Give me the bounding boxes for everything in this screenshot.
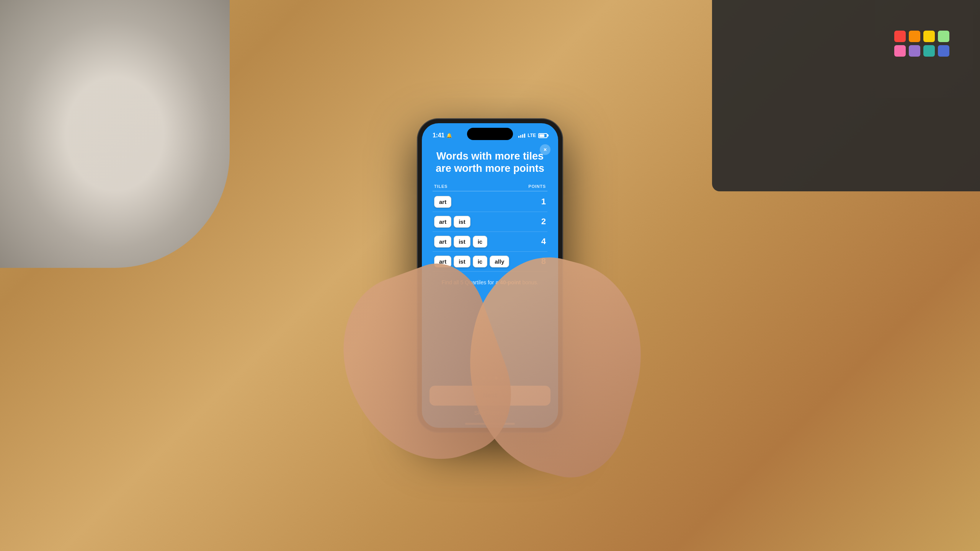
close-button[interactable]: ×	[540, 144, 550, 155]
vr-headset	[0, 0, 230, 268]
tiles-group-3: art ist ic	[434, 236, 487, 248]
table-row: art ist ic 4	[433, 232, 547, 252]
points-1: 1	[534, 197, 546, 207]
key-lime	[938, 31, 949, 42]
tile-ist-2: ist	[454, 216, 470, 228]
bell-icon: 🔔	[446, 133, 452, 138]
points-2: 2	[534, 217, 546, 227]
tile-ally-4: ally	[490, 256, 509, 267]
points-column-header: POINTS	[528, 184, 546, 189]
page-title: Words with more tilesare worth more poin…	[433, 150, 547, 175]
tile-ic-3: ic	[473, 236, 488, 248]
table-header: TILES POINTS	[433, 184, 547, 191]
points-table: TILES POINTS art 1 art	[433, 184, 547, 272]
status-time: 1:41	[433, 132, 444, 139]
keyboard-color-keys	[894, 31, 949, 57]
table-row: art 1	[433, 192, 547, 212]
tile-ist-3: ist	[454, 236, 470, 248]
tile-art-1: art	[434, 196, 451, 208]
tile-art-3: art	[434, 236, 451, 248]
dynamic-island	[467, 128, 513, 140]
table-row: art ist 2	[433, 212, 547, 232]
battery-fill	[539, 134, 544, 137]
tiles-column-header: TILES	[434, 184, 448, 189]
points-3: 4	[534, 236, 546, 246]
phone-wrapper: 1:41 🔔 LTE ×	[417, 119, 563, 432]
key-red	[894, 31, 906, 42]
key-orange	[909, 31, 920, 42]
tiles-group-2: art ist	[434, 216, 470, 228]
tile-art-2: art	[434, 216, 451, 228]
status-right-icons: LTE	[518, 133, 547, 138]
signal-bars-icon	[518, 133, 525, 138]
battery-icon	[538, 133, 547, 138]
key-pink	[894, 45, 906, 57]
tile-ic-4: ic	[473, 256, 488, 267]
key-purple	[909, 45, 920, 57]
tile-ist-4: ist	[454, 256, 470, 267]
key-yellow	[923, 31, 935, 42]
lte-label: LTE	[528, 133, 536, 138]
tiles-group-1: art	[434, 196, 451, 208]
table-divider	[433, 191, 547, 191]
keyboard-background	[712, 0, 980, 191]
key-teal	[923, 45, 935, 57]
key-blue	[938, 45, 949, 57]
